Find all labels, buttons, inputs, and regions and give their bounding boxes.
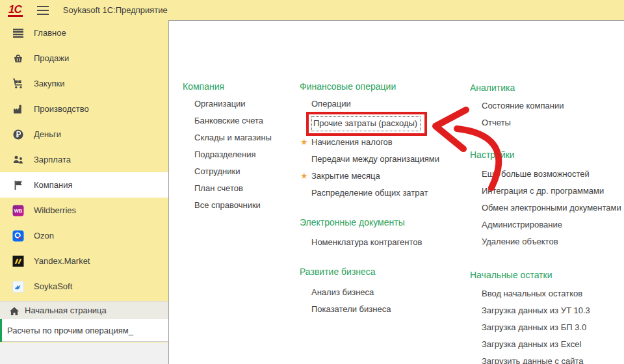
menu-link[interactable]: Загрузка данных из БП 3.0 xyxy=(482,319,590,336)
menu-link[interactable]: Распределение общих затрат xyxy=(311,185,439,202)
menu-link-label: Отчеты xyxy=(482,118,511,127)
svg-text:WB: WB xyxy=(14,208,23,214)
sidebar-footer xyxy=(0,343,168,364)
favorite-star-icon: ★ xyxy=(300,134,308,151)
menu-link[interactable]: Загрузка данных из Excel xyxy=(482,336,590,353)
sidebar-item-1[interactable]: Продажи xyxy=(0,46,168,71)
sidebar-item-0[interactable]: Главное xyxy=(0,20,168,46)
wildberries-icon: WB xyxy=(12,204,25,217)
menu-link[interactable]: Организации xyxy=(194,96,272,112)
sidebar-item-label: Wildberries xyxy=(34,205,76,215)
menu-link-label: Все справочники xyxy=(194,200,261,210)
menu-link[interactable]: Банковские счета xyxy=(194,112,272,129)
menu-link[interactable]: Подразделения xyxy=(194,146,272,163)
sidebar-item-4[interactable]: Деньги xyxy=(0,122,168,147)
section-title: Электронные документы xyxy=(300,216,422,229)
open-tab[interactable]: Расчеты по прочим операциям_ xyxy=(0,319,168,342)
sidebar-item-8[interactable]: Ozon xyxy=(0,223,168,248)
section-title: Развитие бизнеса xyxy=(300,265,391,278)
menu-link-label: Еще больше возможностей xyxy=(482,169,590,179)
sidebar-item-label: Компания xyxy=(34,180,73,190)
section-title: Компания xyxy=(183,80,272,93)
menu-link-label: Ввод начальных остатков xyxy=(482,289,582,298)
menu-link[interactable]: Состояние компании xyxy=(482,98,564,114)
menu-link-label: Организации xyxy=(194,99,246,109)
menu-link[interactable]: Передачи между организациями xyxy=(311,151,439,168)
menu-section-1-2: Развитие бизнесаАнализ бизнесаПоказатели… xyxy=(300,265,391,318)
main-menu-icon xyxy=(12,27,25,40)
menu-link[interactable]: Администрирование xyxy=(482,216,621,233)
menu-link[interactable]: Показатели бизнеса xyxy=(311,301,391,318)
sidebar-item-home[interactable]: Начальная страница xyxy=(0,301,168,319)
menu-link-label: Сотрудники xyxy=(194,166,240,176)
hamburger-menu-icon[interactable] xyxy=(37,6,49,15)
menu-link[interactable]: План счетов xyxy=(194,180,272,197)
menu-link[interactable]: Загрузка данных из УТ 10.3 xyxy=(482,302,590,319)
sidebar-item-9[interactable]: Yandex.Market xyxy=(0,248,168,274)
favorite-star-icon: ★ xyxy=(300,168,308,185)
company-flag-icon xyxy=(12,179,25,192)
menu-link[interactable]: ★Закрытие месяца xyxy=(311,168,439,185)
menu-section-1-0: Финансовые операцииОперацииПрочие затрат… xyxy=(300,80,439,202)
soykasoft-icon xyxy=(12,280,25,293)
menu-link[interactable]: ★Начисления налогов xyxy=(311,134,439,151)
sidebar-item-5[interactable]: Зарплата xyxy=(0,147,168,172)
menu-link[interactable]: Сотрудники xyxy=(194,163,272,180)
sidebar: ГлавноеПродажиЗакупкиПроизводствоДеньгиЗ… xyxy=(0,20,168,364)
sidebar-item-7[interactable]: WBWildberries xyxy=(0,198,168,223)
menu-link[interactable]: Прочие затраты (расходы) xyxy=(311,115,439,132)
menu-link-label: Распределение общих затрат xyxy=(311,188,428,198)
menu-link-label: Удаление объектов xyxy=(482,237,558,246)
menu-link[interactable]: Обмен электронными документами xyxy=(482,200,621,216)
sidebar-item-label: Производство xyxy=(34,104,89,114)
menu-section-2-0: АналитикаСостояние компанииОтчеты xyxy=(470,81,564,131)
app-window: 1С Soykasoft 1С:Предприятие ГлавноеПрода… xyxy=(0,0,624,364)
menu-link[interactable]: Интеграция с др. программами xyxy=(482,183,621,200)
menu-section-1-1: Электронные документыНоменклатура контра… xyxy=(300,216,422,251)
sidebar-item-label: Зарплата xyxy=(34,155,71,164)
tab-active-marker xyxy=(0,319,2,342)
menu-section-2-2: Начальные остаткиВвод начальных остатков… xyxy=(470,268,590,364)
menu-link-label: Начисления налогов xyxy=(311,137,393,147)
menu-link-label: Анализ бизнеса xyxy=(311,287,374,297)
sidebar-item-label: Продажи xyxy=(34,53,69,63)
section-title: Финансовые операции xyxy=(300,80,439,93)
menu-link-label: Прочие затраты (расходы) xyxy=(311,116,421,131)
1c-logo: 1С xyxy=(8,4,23,17)
annotation-highlight-box xyxy=(306,112,427,136)
menu-link[interactable]: Загрузить данные с сайта xyxy=(482,353,590,364)
menu-link-label: Показатели бизнеса xyxy=(311,304,391,314)
ozon-icon xyxy=(12,229,25,242)
menu-section-0-0: КомпанияОрганизацииБанковские счетаСклад… xyxy=(183,80,272,214)
menu-link[interactable]: Операции xyxy=(311,96,439,112)
menu-link-label: Загрузка данных из Excel xyxy=(482,339,581,349)
tab-label: Расчеты по прочим операциям_ xyxy=(7,326,133,335)
section-title: Начальные остатки xyxy=(470,268,590,281)
sidebar-item-10[interactable]: SoykaSoft xyxy=(0,274,168,299)
menu-link[interactable]: Номенклатура контрагентов xyxy=(311,234,422,251)
home-icon xyxy=(8,305,20,317)
menu-link-label: Загрузка данных из БП 3.0 xyxy=(482,322,586,332)
menu-link[interactable]: Склады и магазины xyxy=(194,129,272,146)
salary-people-icon xyxy=(12,153,25,166)
menu-link-label: Состояние компании xyxy=(482,101,564,110)
menu-link-label: План счетов xyxy=(194,183,243,193)
menu-link-label: Подразделения xyxy=(194,150,256,159)
sidebar-item-6[interactable]: Компания xyxy=(0,172,168,198)
menu-link[interactable]: Все справочники xyxy=(194,197,272,214)
menu-link-label: Администрирование xyxy=(482,220,562,229)
sidebar-item-label: Главное xyxy=(34,28,66,38)
sidebar-item-label: Деньги xyxy=(34,129,61,139)
home-label: Начальная страница xyxy=(25,306,107,315)
purchases-cart-icon xyxy=(12,77,25,90)
menu-link[interactable]: Отчеты xyxy=(482,114,564,131)
menu-link[interactable]: Ввод начальных остатков xyxy=(482,285,590,302)
menu-link[interactable]: Анализ бизнеса xyxy=(311,284,391,301)
sidebar-item-2[interactable]: Закупки xyxy=(0,71,168,96)
window-title: Soykasoft 1С:Предприятие xyxy=(63,5,168,15)
menu-link[interactable]: Удаление объектов xyxy=(482,233,621,250)
menu-link-label: Закрытие месяца xyxy=(311,171,380,181)
sidebar-item-label: Yandex.Market xyxy=(34,256,90,266)
menu-link[interactable]: Еще больше возможностей xyxy=(482,166,621,183)
sidebar-item-3[interactable]: Производство xyxy=(0,96,168,122)
